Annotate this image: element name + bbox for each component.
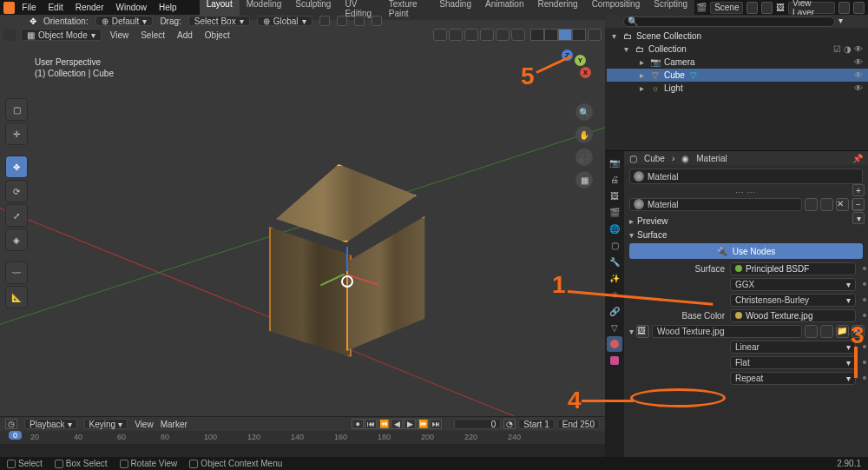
image-open[interactable]: 📁 [836, 325, 849, 338]
material-id-field[interactable]: Material [629, 198, 802, 211]
material-unlink[interactable]: ✕ [836, 198, 849, 211]
surface-shader-dropdown[interactable]: Principled BSDF [730, 262, 856, 275]
drag-dropdown[interactable]: Select Box▾ [188, 16, 250, 26]
pin-icon[interactable]: 📌 [852, 154, 863, 163]
timeline-track[interactable] [0, 444, 605, 458]
surface-panel[interactable]: ▾Surface [624, 228, 868, 242]
view3d-menu-view[interactable]: View [107, 30, 133, 40]
delete-scene-button[interactable] [761, 2, 773, 14]
zoom-button[interactable]: 🔍 [575, 103, 593, 121]
image-browse-button[interactable]: 🖼 [636, 325, 649, 338]
material-new[interactable] [820, 198, 833, 211]
view3d-menu-object[interactable]: Object [201, 30, 233, 40]
tab-material[interactable] [607, 336, 622, 352]
scene-name-field[interactable]: Scene [710, 2, 743, 14]
menu-render[interactable]: Render [70, 2, 109, 13]
tool-rotate[interactable]: ⟳ [5, 180, 28, 202]
tab-mesh[interactable]: ▽ [607, 320, 622, 335]
tool-scale[interactable]: ⤢ [5, 204, 28, 227]
tool-move[interactable]: ✥ [5, 156, 28, 178]
gizmo-toggle[interactable] [449, 29, 463, 41]
outliner-tree[interactable]: ▾🗀Scene Collection ▾🗀Collection ☑ ◑ 👁 ▸📷… [605, 28, 868, 150]
material-slot-menu[interactable]: ▾ [852, 212, 865, 224]
jump-prev-key[interactable]: ⏪ [378, 419, 390, 429]
outliner-display-mode[interactable] [608, 16, 620, 27]
autokey-toggle[interactable]: ● [352, 419, 364, 429]
play-reverse[interactable]: ◀ [391, 419, 403, 429]
node-link-icon[interactable] [863, 314, 866, 317]
proportional-falloff-dropdown[interactable] [372, 16, 382, 26]
tab-output[interactable]: 🖨 [607, 171, 622, 187]
end-frame[interactable]: End 250 [557, 419, 600, 429]
view3d-menu-select[interactable]: Select [137, 30, 168, 40]
tab-texture[interactable] [607, 353, 622, 368]
transform-gizmo[interactable] [330, 264, 365, 299]
node-link-icon[interactable] [863, 298, 866, 301]
overlays-toggle[interactable] [480, 29, 494, 41]
viewlayer-name-field[interactable]: View Layer [788, 2, 835, 14]
play[interactable]: ▶ [404, 419, 416, 429]
use-nodes-button[interactable]: 🔌Use Nodes [629, 243, 863, 259]
shading-wireframe[interactable] [530, 29, 544, 41]
extension-dropdown[interactable]: Repeat▾ [730, 372, 856, 385]
delete-viewlayer-button[interactable] [853, 2, 865, 14]
cursor-tool-icon[interactable]: ✥ [30, 17, 36, 26]
tab-scene[interactable]: 🎬 [607, 204, 622, 220]
material-slot[interactable]: Material [629, 169, 863, 184]
menu-edit[interactable]: Edit [43, 2, 68, 13]
shading-options[interactable] [588, 29, 602, 41]
menu-help[interactable]: Help [154, 2, 182, 13]
distribution-dropdown[interactable]: GGX▾ [730, 278, 856, 291]
sss-method-dropdown[interactable]: Christensen-Burley▾ [730, 294, 856, 307]
snap-toggle[interactable] [319, 16, 330, 26]
gizmo-settings[interactable] [464, 29, 478, 41]
menu-file[interactable]: File [16, 2, 41, 13]
tool-select[interactable]: ▢ [5, 98, 28, 121]
tab-object[interactable]: ▢ [607, 237, 622, 253]
image-new[interactable] [820, 325, 833, 338]
preview-range-toggle[interactable]: ◔ [503, 419, 516, 429]
add-material-slot[interactable]: + [852, 184, 865, 196]
tool-transform[interactable]: ◈ [5, 228, 28, 251]
eye-icon[interactable]: 👁 [854, 57, 868, 67]
workspace-texpaint[interactable]: Texture Paint [382, 0, 432, 20]
current-frame[interactable]: 0 [454, 419, 501, 429]
crumb-mat[interactable]: Material [696, 154, 727, 163]
tool-annotate[interactable]: 〰 [5, 261, 28, 284]
outliner-item-light[interactable]: ▸☼Light 👁 [607, 82, 868, 95]
image-name-field[interactable]: Wood Texture.jpg [652, 325, 802, 338]
view3d-menu-add[interactable]: Add [174, 30, 196, 40]
tab-particles[interactable]: ✨ [607, 270, 622, 286]
shading-material[interactable] [558, 29, 572, 41]
collection-toggles[interactable]: ☑ ◑ 👁 [833, 44, 868, 54]
overlay-settings[interactable] [496, 29, 510, 41]
start-frame[interactable]: Start 1 [518, 419, 554, 429]
playhead[interactable]: 0 [9, 431, 22, 440]
outliner-item-cube[interactable]: ▸▽Cube ▽ 👁 [607, 69, 868, 82]
menu-window[interactable]: Window [111, 2, 153, 13]
timeline-keying-menu[interactable]: Keying▾ [84, 419, 128, 429]
tab-world[interactable]: 🌐 [607, 221, 622, 236]
timeline-playback-menu[interactable]: Playback▾ [24, 419, 77, 429]
image-users[interactable] [805, 325, 818, 338]
view-select-toggle[interactable] [433, 29, 447, 41]
outliner-search[interactable]: 🔍 [623, 17, 835, 27]
workspace-animation[interactable]: Animation [478, 0, 530, 20]
axis-y-icon[interactable]: Y [575, 55, 586, 66]
workspace-rendering[interactable]: Rendering [530, 0, 584, 20]
eye-icon[interactable]: 👁 [854, 70, 868, 80]
tool-measure[interactable]: 📐 [5, 286, 28, 308]
outliner-filter[interactable]: ▾ [838, 16, 850, 27]
slot-list-grip[interactable]: ⋯⋯ [624, 186, 868, 198]
node-link-icon[interactable] [863, 282, 866, 286]
outliner-scene-collection[interactable]: ▾🗀Scene Collection [607, 30, 868, 43]
jump-next-key[interactable]: ⏩ [417, 419, 429, 429]
jump-start[interactable]: ⏮ [365, 419, 377, 429]
shading-solid[interactable] [544, 29, 558, 41]
material-browse[interactable] [805, 198, 818, 211]
proportional-edit-toggle[interactable] [354, 16, 365, 26]
orientation-dropdown[interactable]: ⊕Default▾ [95, 16, 154, 26]
tool-cursor[interactable]: ✛ [5, 122, 28, 145]
base-color-value[interactable]: Wood Texture.jpg [730, 309, 856, 322]
perspective-toggle-button[interactable]: ▦ [575, 171, 593, 189]
